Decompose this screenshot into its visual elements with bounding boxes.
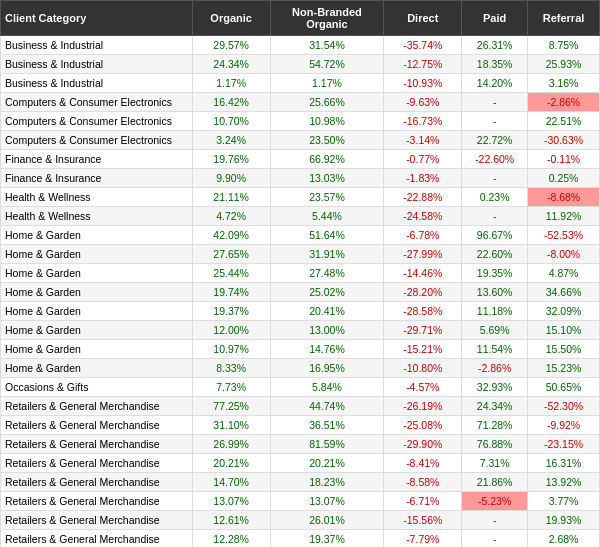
cell-category: Retailers & General Merchandise [1,473,193,492]
cell-organic: 77.25% [192,397,270,416]
cell-direct: -25.08% [384,416,462,435]
cell-direct: -27.99% [384,245,462,264]
cell-paid: 5.69% [462,321,528,340]
cell-referral: 0.25% [528,169,600,188]
cell-non-branded: 10.98% [270,112,384,131]
cell-category: Retailers & General Merchandise [1,530,193,548]
cell-category: Occasions & Gifts [1,378,193,397]
cell-referral: 4.87% [528,264,600,283]
cell-organic: 8.33% [192,359,270,378]
cell-organic: 1.17% [192,74,270,93]
cell-organic: 12.00% [192,321,270,340]
table-row: Computers & Consumer Electronics16.42%25… [1,93,600,112]
cell-referral: 32.09% [528,302,600,321]
cell-direct: -0.77% [384,150,462,169]
cell-direct: -24.58% [384,207,462,226]
header-non-branded: Non-Branded Organic [270,1,384,36]
cell-category: Home & Garden [1,321,193,340]
table-row: Business & Industrial1.17%1.17%-10.93%14… [1,74,600,93]
cell-organic: 19.74% [192,283,270,302]
cell-paid: 0.23% [462,188,528,207]
cell-direct: -8.41% [384,454,462,473]
cell-paid: 76.88% [462,435,528,454]
cell-organic: 13.07% [192,492,270,511]
cell-non-branded: 23.50% [270,131,384,150]
table-row: Health & Wellness4.72%5.44%-24.58%-11.92… [1,207,600,226]
cell-referral: -23.15% [528,435,600,454]
cell-paid: 26.31% [462,36,528,55]
cell-referral: 16.31% [528,454,600,473]
header-direct: Direct [384,1,462,36]
cell-direct: -8.58% [384,473,462,492]
cell-referral: -9.92% [528,416,600,435]
cell-paid: 13.60% [462,283,528,302]
cell-referral: -52.30% [528,397,600,416]
cell-direct: -1.83% [384,169,462,188]
table-row: Home & Garden8.33%16.95%-10.80%-2.86%15.… [1,359,600,378]
table-row: Home & Garden42.09%51.64%-6.78%96.67%-52… [1,226,600,245]
cell-direct: -28.20% [384,283,462,302]
cell-direct: -6.78% [384,226,462,245]
cell-organic: 14.70% [192,473,270,492]
cell-referral: 15.23% [528,359,600,378]
cell-organic: 16.42% [192,93,270,112]
cell-organic: 19.76% [192,150,270,169]
cell-paid: - [462,169,528,188]
cell-paid: 22.72% [462,131,528,150]
cell-category: Business & Industrial [1,55,193,74]
cell-organic: 10.70% [192,112,270,131]
cell-referral: 34.66% [528,283,600,302]
cell-organic: 21.11% [192,188,270,207]
cell-category: Retailers & General Merchandise [1,435,193,454]
cell-referral: 19.93% [528,511,600,530]
cell-paid: 11.54% [462,340,528,359]
cell-paid: 22.60% [462,245,528,264]
table-row: Business & Industrial29.57%31.54%-35.74%… [1,36,600,55]
cell-category: Computers & Consumer Electronics [1,93,193,112]
cell-paid: 71.28% [462,416,528,435]
cell-organic: 12.28% [192,530,270,548]
cell-category: Home & Garden [1,302,193,321]
cell-category: Retailers & General Merchandise [1,416,193,435]
cell-category: Health & Wellness [1,188,193,207]
cell-category: Home & Garden [1,283,193,302]
cell-category: Home & Garden [1,340,193,359]
cell-non-branded: 36.51% [270,416,384,435]
cell-direct: -10.80% [384,359,462,378]
cell-direct: -7.79% [384,530,462,548]
cell-paid: - [462,530,528,548]
cell-category: Retailers & General Merchandise [1,397,193,416]
cell-direct: -35.74% [384,36,462,55]
cell-organic: 4.72% [192,207,270,226]
cell-category: Home & Garden [1,245,193,264]
cell-paid: -2.86% [462,359,528,378]
table-row: Retailers & General Merchandise12.28%19.… [1,530,600,548]
cell-non-branded: 51.64% [270,226,384,245]
table-row: Home & Garden19.37%20.41%-28.58%11.18%32… [1,302,600,321]
cell-paid: 19.35% [462,264,528,283]
cell-non-branded: 16.95% [270,359,384,378]
cell-non-branded: 13.07% [270,492,384,511]
table-row: Computers & Consumer Electronics3.24%23.… [1,131,600,150]
cell-direct: -12.75% [384,55,462,74]
header-paid: Paid [462,1,528,36]
cell-referral: -0.11% [528,150,600,169]
table-row: Finance & Insurance19.76%66.92%-0.77%-22… [1,150,600,169]
cell-organic: 19.37% [192,302,270,321]
cell-non-branded: 54.72% [270,55,384,74]
cell-direct: -22.88% [384,188,462,207]
table-row: Home & Garden19.74%25.02%-28.20%13.60%34… [1,283,600,302]
cell-referral: 3.77% [528,492,600,511]
cell-referral: 15.10% [528,321,600,340]
cell-referral: 15.50% [528,340,600,359]
cell-organic: 26.99% [192,435,270,454]
cell-non-branded: 25.66% [270,93,384,112]
cell-direct: -29.90% [384,435,462,454]
cell-category: Computers & Consumer Electronics [1,112,193,131]
cell-paid: 21.86% [462,473,528,492]
cell-category: Health & Wellness [1,207,193,226]
cell-referral: 2.68% [528,530,600,548]
cell-organic: 25.44% [192,264,270,283]
cell-direct: -9.63% [384,93,462,112]
cell-non-branded: 5.44% [270,207,384,226]
